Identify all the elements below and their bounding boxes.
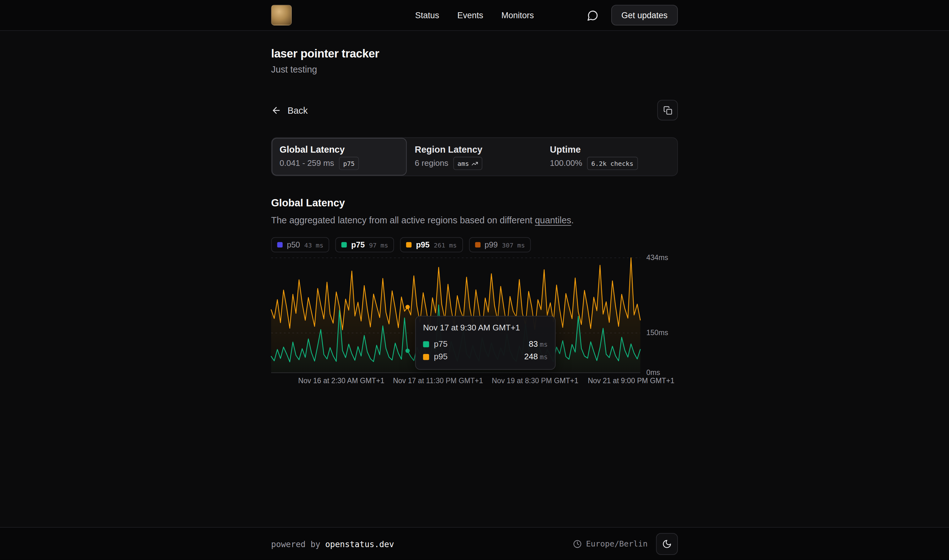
nav-events[interactable]: Events <box>457 10 483 20</box>
arrow-left-icon <box>271 105 281 115</box>
tab-region-latency[interactable]: Region Latency 6 regions ams <box>407 138 542 175</box>
tab-subtitle: 0.041 - 259 ms <box>280 158 334 169</box>
x-tick: Nov 17 at 11:30 PM GMT+1 <box>393 376 483 385</box>
y-axis-labels: 434ms 150ms 0ms <box>646 258 678 373</box>
copy-icon <box>663 106 672 115</box>
p95-swatch <box>406 242 412 248</box>
moon-icon <box>662 539 672 549</box>
p75-swatch <box>423 341 429 347</box>
y-tick-zero: 0ms <box>646 368 660 377</box>
tab-subtitle: 100.00% <box>550 158 582 169</box>
y-tick-mid: 150ms <box>646 329 668 337</box>
fastest-region-badge: ams <box>453 157 482 170</box>
legend-p75[interactable]: p75 97 ms <box>335 237 394 252</box>
latency-chart: Nov 17 at 9:30 AM GMT+1 p75 83 ms <box>271 258 678 389</box>
nav-monitors[interactable]: Monitors <box>501 10 534 20</box>
legend-p50[interactable]: p50 43 ms <box>271 237 329 252</box>
get-updates-button[interactable]: Get updates <box>611 5 678 25</box>
page-subtitle: Just testing <box>271 63 678 76</box>
clock-icon <box>573 540 582 548</box>
tab-title: Global Latency <box>280 143 399 156</box>
openstatus-link[interactable]: openstatus.dev <box>325 539 394 549</box>
tab-uptime[interactable]: Uptime 100.00% 6.2k checks <box>542 138 677 175</box>
chart-plot-area[interactable]: Nov 17 at 9:30 AM GMT+1 p75 83 ms <box>271 258 640 373</box>
timezone: Europe/Berlin <box>573 539 648 548</box>
p99-swatch <box>475 242 480 248</box>
checks-badge: 6.2k checks <box>587 157 638 170</box>
legend-p99[interactable]: p99 307 ms <box>469 237 531 252</box>
x-tick: Nov 16 at 2:30 AM GMT+1 <box>298 376 384 385</box>
back-link[interactable]: Back <box>271 105 308 115</box>
p50-swatch <box>277 242 282 248</box>
chart-legend: p50 43 ms p75 97 ms p95 261 ms p99 307 m… <box>271 237 678 252</box>
header: Status Events Monitors Get updates <box>0 0 949 31</box>
main-content: laser pointer tracker Just testing Back … <box>271 31 678 389</box>
x-axis-labels: Nov 16 at 2:30 AM GMT+1 Nov 17 at 11:30 … <box>271 376 640 389</box>
main-nav: Status Events Monitors <box>415 10 534 20</box>
tooltip-row: p95 248 ms <box>423 351 548 363</box>
trending-up-icon <box>472 160 478 167</box>
tab-global-latency[interactable]: Global Latency 0.041 - 259 ms p75 <box>272 138 407 175</box>
metric-tabs: Global Latency 0.041 - 259 ms p75 Region… <box>271 137 678 176</box>
logo-image[interactable] <box>271 5 292 25</box>
y-tick-max: 434ms <box>646 254 668 262</box>
tab-subtitle: 6 regions <box>415 158 448 169</box>
quantiles-link[interactable]: quantiles <box>535 215 571 225</box>
footer: powered byopenstatus.dev Europe/Berlin <box>0 527 949 560</box>
p75-swatch <box>341 242 347 248</box>
tab-title: Region Latency <box>415 143 534 156</box>
powered-by: powered byopenstatus.dev <box>271 539 394 549</box>
status-page: Status Events Monitors Get updates laser… <box>0 0 949 560</box>
tooltip-title: Nov 17 at 9:30 AM GMT+1 <box>423 323 548 334</box>
p75-badge: p75 <box>339 157 359 170</box>
back-label: Back <box>288 105 308 115</box>
x-tick: Nov 19 at 8:30 PM GMT+1 <box>492 376 578 385</box>
section-description: The aggregated latency from all active r… <box>271 214 678 226</box>
header-actions: Get updates <box>583 5 678 25</box>
copy-link-button[interactable] <box>657 100 678 121</box>
chart-tooltip: Nov 17 at 9:30 AM GMT+1 p75 83 ms <box>415 316 556 370</box>
tooltip-row: p75 83 ms <box>423 338 548 350</box>
chat-bubble-icon <box>587 9 599 21</box>
legend-p95[interactable]: p95 261 ms <box>400 237 463 252</box>
x-tick: Nov 21 at 9:00 PM GMT+1 <box>588 376 674 385</box>
section-title: Global Latency <box>271 197 678 210</box>
feedback-chat-button[interactable] <box>583 5 603 25</box>
toolbar: Back <box>271 100 678 121</box>
p95-swatch <box>423 354 429 360</box>
nav-status[interactable]: Status <box>415 10 439 20</box>
tab-title: Uptime <box>550 143 669 156</box>
theme-toggle-button[interactable] <box>656 533 678 554</box>
page-title: laser pointer tracker <box>271 47 678 60</box>
